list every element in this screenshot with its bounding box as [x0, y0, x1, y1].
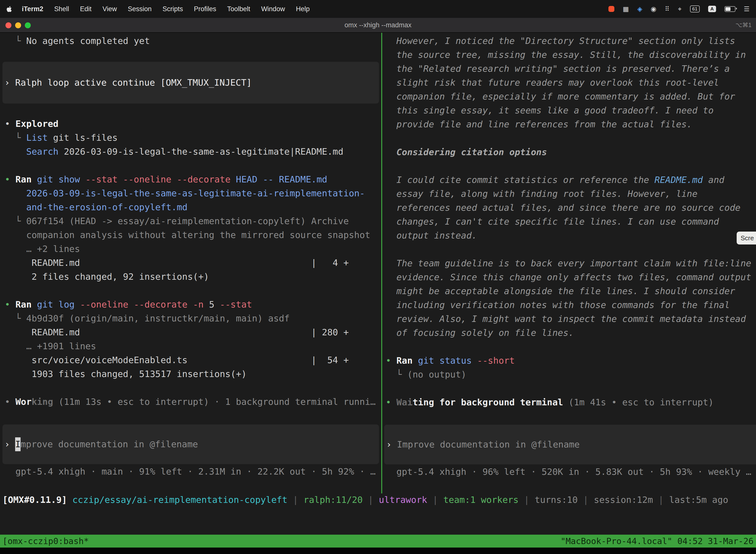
terminal-line: • Ran git log --oneline --decorate -n 5 … — [5, 297, 381, 312]
terminal-line: companion file, especially if more comme… — [386, 90, 756, 104]
terminal-line: slight risk that future readers may over… — [386, 76, 756, 90]
terminal-line: output instead. — [386, 229, 756, 242]
input-text: Improve documentation in @filename — [397, 438, 580, 451]
text-segment: provide file and line references from th… — [386, 119, 692, 129]
tmux-status-bar: [omx-cczip0:bash* "MacBook-Pro-44.local"… — [0, 535, 756, 548]
text-segment: 5 — [204, 299, 220, 310]
text-segment: • — [5, 174, 15, 184]
close-button[interactable] — [5, 22, 11, 28]
terminal-line: Search 2026-03-09-is-legal-the-same-as-l… — [5, 145, 381, 159]
text-segment: … +1901 lines — [5, 341, 96, 351]
text-segment: No agents completed yet — [26, 36, 150, 46]
terminal-line — [386, 242, 756, 257]
text-segment: Explored — [15, 119, 58, 129]
text-segment: | — [288, 495, 304, 505]
minimize-button[interactable] — [15, 22, 21, 28]
terminal-line — [386, 382, 756, 395]
terminal-line — [386, 340, 756, 354]
menubar-item-help[interactable]: Help — [296, 5, 310, 13]
text-segment: However, I noticed the "Directory Struct… — [386, 36, 735, 46]
terminal-line: the source tree, missing the essay. Stil… — [386, 48, 756, 62]
terminal-line: 1903 files changed, 513517 insertions(+) — [5, 367, 381, 381]
left-terminal-pane[interactable]: └ No agents completed yet › Ralph loop a… — [0, 33, 381, 479]
terminal-line: └ List git ls-files — [5, 131, 381, 145]
menubar-item-profiles[interactable]: Profiles — [194, 5, 216, 13]
text-segment: -n — [193, 299, 204, 310]
blue-app-icon[interactable]: ◈ — [637, 5, 642, 13]
prompt-chevron: › — [386, 438, 397, 451]
text-segment: --stat — [220, 299, 252, 310]
menubar-item-window[interactable]: Window — [261, 5, 285, 13]
text-segment: ralph:11/20 — [304, 495, 363, 505]
text-segment: git ls-files — [48, 132, 118, 143]
text-segment: └ — [5, 216, 26, 226]
text-segment: • — [5, 397, 15, 407]
terminal-line: 2 files changed, 92 insertions(+) — [5, 270, 381, 284]
menubar-item-view[interactable]: View — [103, 5, 117, 13]
text-segment: references need actual files, and since … — [386, 203, 740, 213]
terminal-line: I could cite commit statistics or refere… — [386, 173, 756, 187]
screen-recording-icon[interactable] — [609, 6, 614, 12]
text-segment: cczip/essay/ai-reimplementation-copyleft — [72, 495, 288, 505]
text-segment: turns:10 — [535, 495, 578, 505]
window-titlebar[interactable]: omx --xhigh --madmax ⌥⌘1 — [0, 18, 756, 33]
dots-app-icon[interactable]: ⠿ — [665, 5, 670, 13]
menubar-item-edit[interactable]: Edit — [80, 5, 92, 13]
text-segment: changes, I can't cite specific file line… — [386, 216, 719, 227]
text-segment: --stat --oneline --decorate — [85, 174, 231, 184]
text-segment: • — [5, 299, 15, 310]
text-segment: README.md — [5, 258, 80, 268]
text-segment: of focusing solely on file lines. — [386, 328, 574, 338]
text-segment: └ — [5, 313, 26, 323]
zoom-button[interactable] — [25, 22, 31, 28]
terminal-line — [5, 284, 381, 297]
text-segment: | — [363, 495, 379, 505]
menubar-item-scripts[interactable]: Scripts — [163, 5, 183, 13]
menubar-item-toolbelt[interactable]: Toolbelt — [227, 5, 250, 13]
terminal-line — [5, 381, 381, 395]
menubar-item-iterm2[interactable]: iTerm2 — [22, 5, 44, 13]
text-segment: └ — [5, 36, 26, 46]
right-terminal-pane[interactable]: However, I noticed the "Directory Struct… — [382, 33, 756, 479]
device-app-icon[interactable]: ⌖ — [678, 5, 682, 13]
traffic-lights — [5, 22, 31, 28]
bottom-strip — [0, 548, 756, 554]
text-segment: Wor — [15, 397, 32, 407]
text-segment: Ran — [396, 355, 418, 366]
terminal-line — [386, 159, 756, 173]
terminal-line: README.md| 280 + — [5, 325, 381, 339]
text-segment: Wai — [396, 397, 413, 407]
prompt-input-left[interactable]: › Improve documentation in @filename — [2, 425, 379, 464]
text-segment: src/voice/voiceModeEnabled.ts — [5, 355, 188, 365]
terminal-line: might be acceptable alongside the file l… — [386, 284, 756, 298]
menubar-item-shell[interactable]: Shell — [54, 5, 69, 13]
battery-percentage-badge[interactable]: 61 — [690, 5, 700, 12]
terminal-line: provide file and line references from th… — [386, 117, 756, 131]
prompt-chevron: › — [4, 437, 15, 451]
menubar-item-session[interactable]: Session — [128, 5, 151, 13]
text-segment: (11m 13s • esc to interrupt) · 1 backgro… — [53, 397, 376, 407]
model-status-line-left: gpt-5.4 xhigh · main · 91% left · 2.31M … — [5, 465, 381, 479]
apple-menu[interactable] — [6, 6, 12, 12]
text-segment: this single essay, it seems like a good … — [386, 105, 713, 115]
text-segment: ultrawork — [379, 495, 427, 505]
screen-share-button[interactable]: Scre — [737, 232, 756, 244]
terminal-line: Considering citation options — [386, 145, 756, 159]
grid-app-icon[interactable]: ▦ — [623, 5, 629, 13]
control-center-icon[interactable]: ☰ — [744, 5, 750, 13]
round-app-icon[interactable]: ◉ — [650, 5, 656, 13]
text-segment: (1m 41s • esc to interrupt) — [563, 397, 713, 407]
keyboard-layout-icon[interactable]: A — [708, 6, 716, 12]
omx-status-bar: [OMX#0.11.9] cczip/essay/ai-reimplementa… — [0, 493, 756, 507]
text-segment: └ — [5, 132, 26, 143]
terminal-line: of focusing solely on file lines. — [386, 326, 756, 340]
blank-line — [5, 48, 381, 62]
terminal-line: README.md| 4 + — [5, 256, 381, 270]
text-segment: --oneline --decorate — [80, 299, 187, 310]
text-segment: last:5m ago — [669, 495, 728, 505]
text-segment: └ — [386, 369, 407, 380]
terminal-line: • Ran git show --stat --oneline --decora… — [5, 172, 381, 186]
prompt-input-right[interactable]: › Improve documentation in @filename — [384, 425, 756, 464]
text-segment: 067f154 (HEAD -> essay/ai-reimplementati… — [26, 216, 349, 226]
battery-icon[interactable] — [724, 6, 736, 12]
